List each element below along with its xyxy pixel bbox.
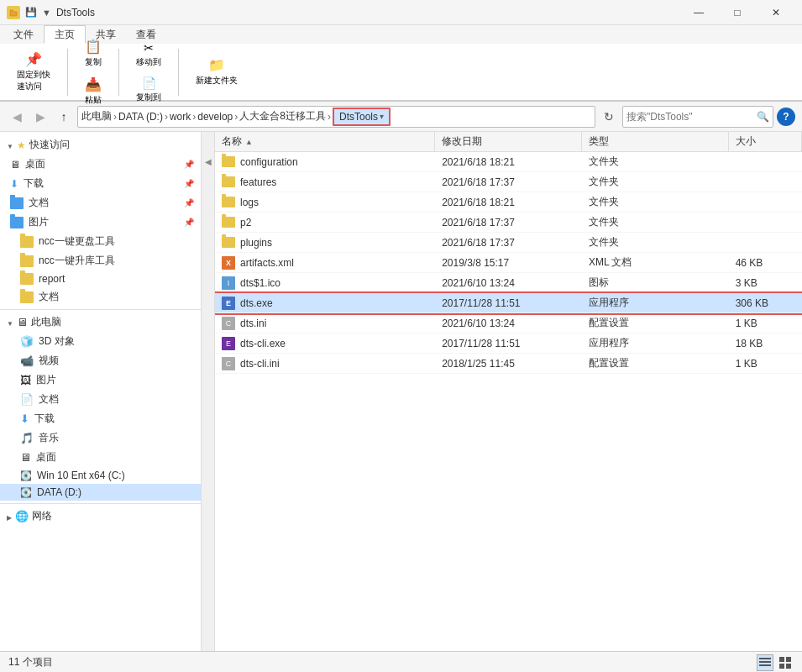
- search-icon: 🔍: [757, 111, 769, 123]
- table-row[interactable]: I dts$1.ico 2021/6/10 13:24 图标 3 KB: [215, 273, 802, 293]
- toolbar-newfolder-btn[interactable]: 📁 新建文件夹: [191, 54, 243, 90]
- sidebar-label: 图片: [36, 373, 56, 387]
- sidebar-item-ncc1[interactable]: ncc一键更盘工具: [0, 232, 201, 251]
- sidebar-label: report: [39, 273, 65, 285]
- view-details-button[interactable]: [757, 654, 773, 671]
- breadcrumb[interactable]: 此电脑 › DATA (D:) › work › develop › 人大金合8…: [77, 106, 595, 128]
- search-box[interactable]: 🔍: [622, 106, 773, 128]
- file-size-cell: 18 KB: [729, 333, 802, 353]
- table-row[interactable]: C dts-cli.ini 2018/1/25 11:45 配置设置 1 KB: [215, 354, 802, 374]
- ribbon-tabs: 文件 主页 共享 查看: [0, 25, 802, 44]
- exe-icon: E: [222, 297, 235, 310]
- help-button[interactable]: ?: [777, 108, 795, 126]
- sidebar-divider-1: [0, 309, 201, 310]
- sidebar-item-report[interactable]: report: [0, 270, 201, 287]
- minimize-button[interactable]: —: [679, 0, 718, 25]
- sidebar-expand-handle[interactable]: ◀: [202, 132, 215, 651]
- table-row[interactable]: configuration 2021/6/18 18:21 文件夹: [215, 152, 802, 172]
- sidebar-item-pics-pinned[interactable]: 图片 📌: [0, 213, 201, 232]
- maximize-button[interactable]: □: [718, 0, 757, 25]
- xml-icon: X: [222, 256, 235, 270]
- sidebar-item-ncc2[interactable]: ncc一键升库工具: [0, 251, 201, 270]
- table-row[interactable]: E dts.exe 2017/11/28 11:51 应用程序 306 KB: [215, 293, 802, 313]
- sidebar-item-downloads[interactable]: ⬇ 下载: [0, 409, 201, 428]
- table-row[interactable]: plugins 2021/6/18 17:37 文件夹: [215, 233, 802, 253]
- sidebar-item-3d[interactable]: 🧊 3D 对象: [0, 332, 201, 351]
- breadcrumb-item-work[interactable]: work: [170, 111, 191, 123]
- toolbar-copy-btn[interactable]: 📋 复制: [80, 35, 107, 71]
- ribbon-content: 📌 固定到快速访问 📋 复制 📥 粘贴 ✂ 移动到 📄 复制到: [0, 44, 802, 101]
- quick-save-icon[interactable]: 💾: [25, 7, 37, 18]
- col-header-size[interactable]: 大小: [729, 132, 802, 151]
- sidebar-item-pics[interactable]: 🖼 图片: [0, 370, 201, 390]
- breadcrumb-item-migrate[interactable]: 人大金合8迁移工具: [239, 109, 326, 123]
- toolbar-paste-btn[interactable]: 📥 粘贴: [80, 73, 107, 109]
- sidebar-item-music[interactable]: 🎵 音乐: [0, 428, 201, 448]
- toolbar-pin-btn[interactable]: 📌 固定到快速访问: [12, 48, 55, 96]
- sidebar-header-network[interactable]: 🌐 网络: [0, 507, 201, 526]
- sidebar-item-video[interactable]: 📹 视频: [0, 351, 201, 370]
- breadcrumb-item-pc[interactable]: 此电脑: [81, 109, 112, 123]
- sidebar-item-desktop[interactable]: 🖥 桌面: [0, 448, 201, 467]
- sidebar-item-download-pinned[interactable]: ⬇ 下载 📌: [0, 174, 201, 193]
- file-name-cell: p2: [215, 213, 435, 232]
- sidebar-item-drive-c[interactable]: 💽 Win 10 Ent x64 (C:): [0, 467, 201, 484]
- toolbar-divider-3: [178, 49, 179, 96]
- file-type-cell: XML 文档: [582, 253, 729, 272]
- sidebar-section-quick-access: ★ 快速访问 🖥 桌面 📌 ⬇ 下载 📌 文档 📌 图片 📌: [0, 135, 201, 307]
- file-name: artifacts.xml: [240, 257, 294, 269]
- sidebar-label: 文档: [39, 392, 59, 407]
- refresh-button[interactable]: ↻: [599, 107, 619, 127]
- sidebar-item-desktop-pinned[interactable]: 🖥 桌面 📌: [0, 155, 201, 174]
- col-header-name[interactable]: 名称 ▲: [215, 132, 435, 151]
- breadcrumb-item-data[interactable]: DATA (D:): [118, 111, 163, 123]
- sidebar-header-quick-access[interactable]: ★ 快速访问: [0, 135, 201, 155]
- sidebar-item-drive-d[interactable]: 💽 DATA (D:): [0, 484, 201, 501]
- col-header-date[interactable]: 修改日期: [435, 132, 582, 151]
- breadcrumb-arrow: ▾: [380, 112, 384, 121]
- ini-icon: C: [222, 317, 235, 330]
- sidebar-item-docs-pinned[interactable]: 文档 📌: [0, 193, 201, 213]
- file-name-cell: E dts.exe: [215, 293, 435, 312]
- search-input[interactable]: [626, 111, 753, 123]
- breadcrumb-item-dtstools[interactable]: DtsTools▾: [333, 108, 391, 126]
- folder-icon: [10, 197, 24, 209]
- back-button[interactable]: ◀: [7, 107, 27, 127]
- file-name-cell: features: [215, 172, 435, 192]
- sidebar-label: 下载: [24, 176, 44, 191]
- sidebar-label: 3D 对象: [39, 334, 75, 349]
- up-button[interactable]: ↑: [54, 107, 74, 127]
- table-row[interactable]: features 2021/6/18 17:37 文件夹: [215, 172, 802, 192]
- toolbar-group-clipboard: 📋 复制 📥 粘贴: [75, 47, 112, 97]
- pin-icon: 📌: [184, 160, 194, 169]
- table-row[interactable]: C dts.ini 2021/6/10 13:24 配置设置 1 KB: [215, 313, 802, 333]
- close-button[interactable]: ✕: [757, 0, 795, 25]
- quick-menu-icon[interactable]: ▼: [42, 8, 51, 18]
- toolbar-move-btn[interactable]: ✂ 移动到: [131, 38, 166, 71]
- sidebar-header-this-pc[interactable]: 🖥 此电脑: [0, 312, 201, 332]
- file-size-cell: [729, 213, 802, 232]
- table-row[interactable]: X artifacts.xml 2019/3/8 15:17 XML 文档 46…: [215, 253, 802, 273]
- file-size-cell: 46 KB: [729, 253, 802, 272]
- tab-file[interactable]: 文件: [3, 25, 44, 44]
- breadcrumb-item-develop[interactable]: develop: [197, 111, 233, 123]
- file-date-cell: 2017/11/28 11:51: [435, 293, 582, 312]
- file-date-cell: 2021/6/10 13:24: [435, 273, 582, 292]
- 3d-icon: 🧊: [20, 335, 34, 348]
- table-row[interactable]: p2 2021/6/18 17:37 文件夹: [215, 213, 802, 233]
- table-row[interactable]: E dts-cli.exe 2017/11/28 11:51 应用程序 18 K…: [215, 333, 802, 354]
- folder-icon: [10, 217, 24, 228]
- file-type-cell: 应用程序: [582, 333, 729, 353]
- sidebar-item-docs[interactable]: 📄 文档: [0, 390, 201, 409]
- toolbar-copyto-btn[interactable]: 📄 复制到: [131, 73, 166, 107]
- col-header-type[interactable]: 类型: [582, 132, 729, 151]
- file-type-cell: 配置设置: [582, 354, 729, 373]
- table-row[interactable]: logs 2021/6/18 18:21 文件夹: [215, 192, 802, 213]
- view-tiles-button[interactable]: [777, 654, 794, 671]
- sidebar-label: ncc一键升库工具: [39, 254, 115, 268]
- sidebar-label: 文档: [29, 196, 49, 210]
- forward-button[interactable]: ▶: [30, 107, 50, 127]
- expand-icon: [7, 317, 13, 328]
- sidebar-item-docs2[interactable]: 文档: [0, 287, 201, 307]
- file-size-cell: [729, 172, 802, 192]
